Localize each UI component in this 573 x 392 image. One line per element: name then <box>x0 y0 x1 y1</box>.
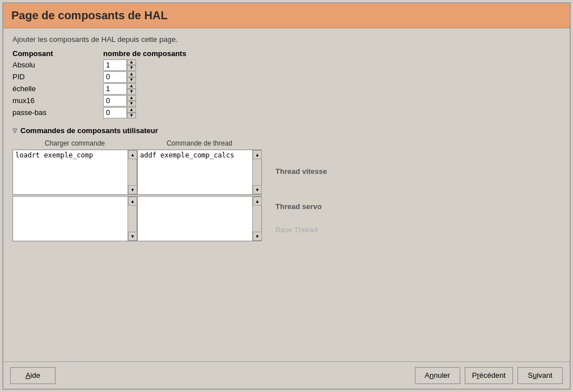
page-title: Page de composants de HAL <box>11 9 562 22</box>
spinner-wrapper-0: ▲▼ <box>103 59 194 71</box>
commande-thread-textarea-2[interactable]: ▲ ▼ <box>137 196 262 241</box>
spinner-down-4[interactable]: ▼ <box>127 113 136 118</box>
main-window: Page de composants de HAL Ajouter les co… <box>2 2 571 390</box>
spinner-down-1[interactable]: ▼ <box>127 77 136 83</box>
spinner-down-0[interactable]: ▼ <box>127 65 136 71</box>
thread-base-label: Base Thread <box>275 221 327 238</box>
scrollbar-2: ▲ ▼ <box>252 150 261 194</box>
scrollbar-3: ▲ ▼ <box>128 197 137 241</box>
component-label-3: mux16 <box>12 95 103 106</box>
charger-commande-textarea-1[interactable]: ▲ ▼ <box>12 150 137 195</box>
commande-thread-textarea-1[interactable]: ▲ ▼ <box>137 150 262 195</box>
section-label: Commandes de composants utilisateur <box>20 126 158 135</box>
precedent-button[interactable]: Précédent <box>465 367 513 384</box>
spinner-input-2[interactable] <box>103 83 127 95</box>
scroll-up-1[interactable]: ▲ <box>128 150 137 159</box>
bottom-right: Annuler Précédent Suivant <box>415 367 563 384</box>
triangle-icon: ▽ <box>12 127 17 134</box>
thread-servo-label: Thread servo <box>275 186 327 215</box>
spinner-down-3[interactable]: ▼ <box>127 101 136 106</box>
annuler-rest: nuler <box>434 371 450 380</box>
bottom-left: Aide <box>10 367 415 384</box>
thread-vitesse-label: Thread vitesse <box>275 158 327 180</box>
spinner-wrapper-1: ▲▼ <box>103 71 194 83</box>
spinner-input-0[interactable] <box>103 59 127 71</box>
commande-thread-header: Commande de thread <box>137 138 262 148</box>
charger-commande-input-2[interactable] <box>13 197 128 241</box>
spinner-buttons-4: ▲▼ <box>127 107 136 118</box>
scroll-down-3[interactable]: ▼ <box>128 232 137 241</box>
component-label-4: passe-bas <box>12 106 103 118</box>
suivant-rest: ivant <box>537 371 552 380</box>
component-label-2: échelle <box>12 83 103 95</box>
annuler-label: A <box>425 371 430 380</box>
aide-button[interactable]: Aide <box>10 367 56 384</box>
spinner-wrapper-4: ▲▼ <box>103 106 194 118</box>
aide-rest: ide <box>31 371 40 380</box>
component-label-1: PID <box>12 71 103 83</box>
charger-commande-input-1[interactable] <box>13 150 128 194</box>
col1-header: Composant <box>12 48 103 59</box>
spinner-input-1[interactable] <box>103 71 127 83</box>
suivant-button[interactable]: Suivant <box>517 367 563 384</box>
commande-thread-input-2[interactable] <box>138 197 252 241</box>
annuler-button[interactable]: Annuler <box>415 367 460 384</box>
component-label-0: Absolu <box>12 59 103 71</box>
component-table: Composant nombre de composants Absolu▲▼P… <box>12 48 561 118</box>
subtitle: Ajouter les composants de HAL depuis cet… <box>12 35 561 44</box>
spinner-buttons-3: ▲▼ <box>127 95 136 106</box>
charger-commande-textarea-2[interactable]: ▲ ▼ <box>12 196 137 241</box>
spinner-up-0[interactable]: ▲ <box>127 59 136 65</box>
spinner-wrapper-2: ▲▼ <box>103 83 194 95</box>
scroll-down-2[interactable]: ▼ <box>253 185 262 194</box>
bottom-bar: Aide Annuler Précédent Suivant <box>3 361 570 389</box>
spinner-up-2[interactable]: ▲ <box>127 83 136 89</box>
spinner-buttons-1: ▲▼ <box>127 71 136 83</box>
section-header: ▽ Commandes de composants utilisateur <box>12 126 561 135</box>
scroll-down-4[interactable]: ▼ <box>253 232 262 241</box>
scroll-down-1[interactable]: ▼ <box>128 185 137 194</box>
title-bar: Page de composants de HAL <box>3 3 570 28</box>
spinner-up-3[interactable]: ▲ <box>127 95 136 101</box>
scroll-up-4[interactable]: ▲ <box>253 197 262 206</box>
scrollbar-4: ▲ ▼ <box>252 197 261 241</box>
spinner-up-1[interactable]: ▲ <box>127 71 136 77</box>
scroll-up-3[interactable]: ▲ <box>128 197 137 206</box>
charger-commande-header: Charger commande <box>12 138 137 148</box>
spinner-buttons-2: ▲▼ <box>127 83 136 95</box>
commande-thread-input-1[interactable] <box>138 150 252 194</box>
precedent-rest: écédent <box>479 371 506 380</box>
spinner-buttons-0: ▲▼ <box>127 59 136 71</box>
user-commands-section: ▽ Commandes de composants utilisateur Ch… <box>12 126 561 241</box>
spinner-wrapper-3: ▲▼ <box>103 95 194 106</box>
scrollbar-1: ▲ ▼ <box>128 150 137 194</box>
aide-label: A <box>26 371 31 380</box>
spinner-input-3[interactable] <box>103 95 127 106</box>
col2-header: nombre de composants <box>103 48 194 59</box>
content-area: Ajouter les composants de HAL depuis cet… <box>3 28 570 361</box>
suivant-label: S <box>528 371 533 380</box>
spinner-input-4[interactable] <box>103 107 127 118</box>
spinner-down-2[interactable]: ▼ <box>127 89 136 95</box>
scroll-up-2[interactable]: ▲ <box>253 150 262 159</box>
spinner-up-4[interactable]: ▲ <box>127 107 136 113</box>
